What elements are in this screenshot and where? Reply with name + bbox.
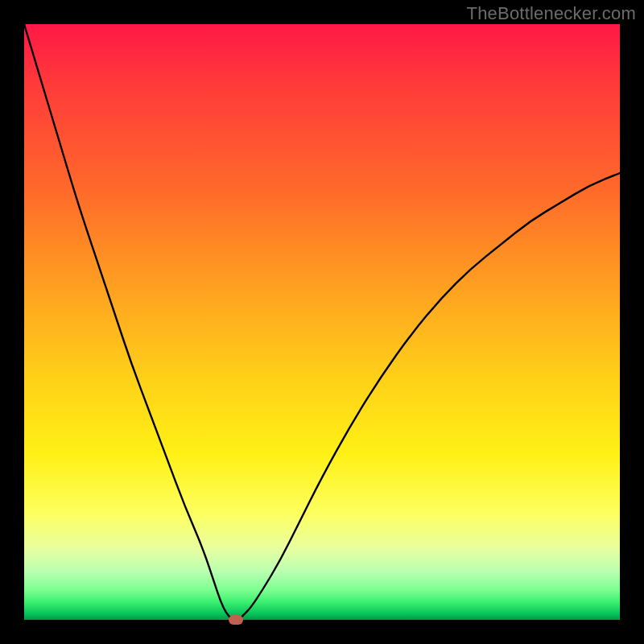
plot-area	[24, 24, 620, 620]
optimum-marker	[229, 615, 243, 625]
chart-frame: TheBottlenecker.com	[0, 0, 644, 644]
attribution-label: TheBottlenecker.com	[467, 3, 636, 24]
bottleneck-curve	[24, 24, 620, 620]
